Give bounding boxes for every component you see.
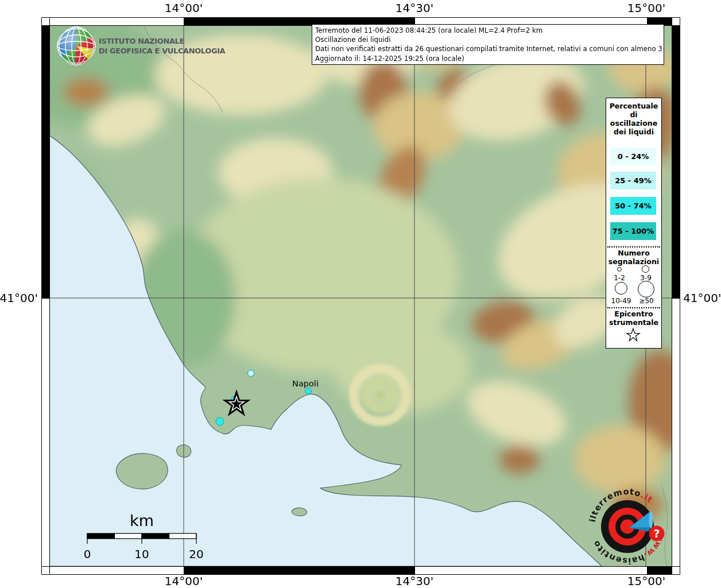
epicenter-star-icon bbox=[625, 327, 641, 345]
legend-signals-title: Numero segnalazioni bbox=[606, 249, 661, 266]
scale-tick-10: 10 bbox=[134, 547, 149, 561]
legend-swatch-label: 75 - 100% bbox=[613, 227, 654, 235]
legend-box: Percentuale di oscillazione dei liquidi … bbox=[606, 98, 662, 349]
signal-size-label: 1-2 bbox=[608, 274, 631, 282]
legend-swatch-label: 0 - 24% bbox=[618, 152, 649, 161]
ingv-name-line2: DI GEOFISICA E VULCANOLOGIA bbox=[99, 47, 226, 55]
legend-swatch-50-74: 50 - 74% bbox=[610, 197, 656, 215]
lon-label-bottom-14-00: 14°00' bbox=[165, 574, 203, 588]
legend-title: Percentuale di oscillazione dei liquidi bbox=[606, 102, 661, 136]
lon-label-top-14-00: 14°00' bbox=[165, 1, 203, 15]
signal-dot bbox=[248, 370, 254, 377]
legend-divider bbox=[607, 246, 660, 247]
lon-label-bottom-14-30: 14°30' bbox=[396, 574, 433, 588]
lat-label-right-41-00: 41°00' bbox=[683, 291, 721, 305]
signal-size-label: ≥50 bbox=[635, 297, 658, 305]
info-line-type: Oscillazione dei liquidi bbox=[315, 35, 661, 44]
legend-divider bbox=[607, 307, 660, 308]
lon-label-top-15-00: 15°00' bbox=[627, 1, 665, 15]
legend-swatch-75-100: 75 - 100% bbox=[610, 222, 656, 240]
info-line-event: Terremoto del 11-06-2023 08:44:25 (ora l… bbox=[315, 26, 661, 35]
info-line-updated: Aggiornato il: 14-12-2025 19:25 (ora loc… bbox=[315, 54, 661, 63]
lon-label-top-14-30: 14°30' bbox=[396, 1, 433, 15]
signal-size-label: 10-49 bbox=[608, 297, 634, 305]
map-page: ISTITUTO NAZIONALE DI GEOFISICA E VULCAN… bbox=[0, 0, 721, 588]
scale-tick-20: 20 bbox=[189, 547, 203, 561]
signal-size-icon-1-2 bbox=[617, 267, 622, 272]
legend-swatch-0-24: 0 - 24% bbox=[610, 148, 656, 165]
legend-swatch-label: 25 - 49% bbox=[615, 176, 652, 185]
signal-size-icon-10-49 bbox=[615, 282, 627, 295]
lat-label-left-41-00: 41°00' bbox=[0, 291, 38, 305]
signal-size-icon-3-9 bbox=[642, 265, 649, 273]
signal-dot bbox=[305, 388, 312, 394]
city-label-napoli: Napoli bbox=[292, 379, 319, 388]
signal-size-icon-50 bbox=[638, 281, 654, 297]
scale-unit-label: km bbox=[130, 512, 154, 529]
lon-label-bottom-15-00: 15°00' bbox=[627, 574, 665, 588]
ingv-name-line1: ISTITUTO NAZIONALE bbox=[99, 37, 184, 45]
map-area: ISTITUTO NAZIONALE DI GEOFISICA E VULCAN… bbox=[0, 11, 692, 566]
legend-swatch-25-49: 25 - 49% bbox=[610, 172, 656, 189]
signal-dot bbox=[216, 417, 224, 425]
legend-swatch-label: 50 - 74% bbox=[615, 202, 652, 210]
scale-tick-0: 0 bbox=[84, 547, 91, 561]
legend-epicenter-title: Epicentro strumentale bbox=[606, 310, 661, 327]
info-line-source: Dati non verificati estratti da 26 quest… bbox=[315, 44, 661, 53]
earthquake-info-box: Terremoto del 11-06-2023 08:44:25 (ora l… bbox=[312, 24, 664, 65]
